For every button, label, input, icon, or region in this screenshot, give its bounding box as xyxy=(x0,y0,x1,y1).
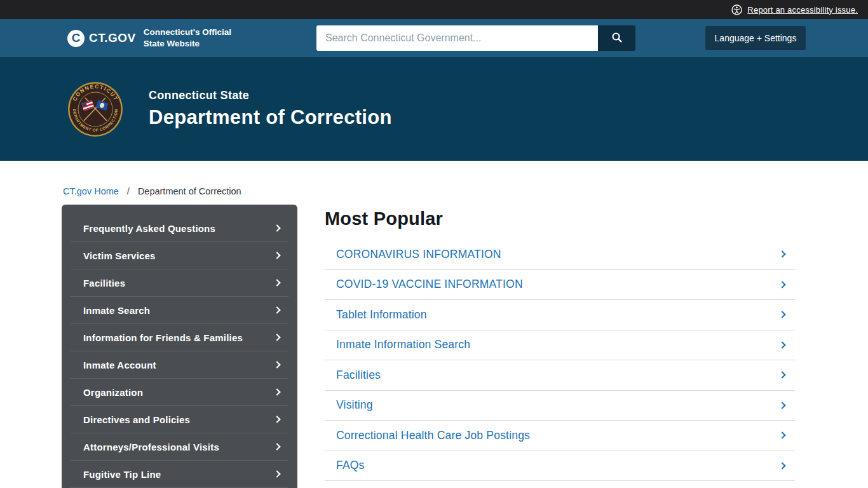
chevron-right-icon xyxy=(273,470,280,477)
sidebar-item-facilities[interactable]: Facilities xyxy=(71,269,288,297)
chevron-right-icon xyxy=(273,388,280,395)
chevron-right-icon xyxy=(778,402,785,409)
popular-link-inmate-information-search[interactable]: Inmate Information Search xyxy=(325,330,795,361)
popular-link-faqs[interactable]: FAQs xyxy=(325,451,795,482)
popular-link-coronavirus-information[interactable]: CORONAVIRUS INFORMATION xyxy=(325,240,795,270)
breadcrumb-home-link[interactable]: CT.gov Home xyxy=(63,186,119,196)
chevron-right-icon xyxy=(778,311,785,318)
page-title: Department of Correction xyxy=(149,106,392,129)
department-seal-image: CONNECTICUT DEPARTMENT OF CORRECTION xyxy=(67,81,123,137)
sidebar-item-attorneys-professional-visits[interactable]: Attorneys/Professional Visits xyxy=(71,433,288,461)
sidebar-item-organization[interactable]: Organization xyxy=(71,379,288,406)
breadcrumb: CT.gov Home / Department of Correction xyxy=(0,161,868,196)
breadcrumb-separator: / xyxy=(127,186,130,196)
chevron-right-icon xyxy=(778,372,785,379)
chevron-right-icon xyxy=(273,224,280,231)
agency-banner: CONNECTICUT DEPARTMENT OF CORRECTION Con… xyxy=(0,57,868,161)
search-bar xyxy=(316,25,635,51)
accessibility-icon xyxy=(731,4,742,15)
popular-link-correctional-health-care-job-postings[interactable]: Correctional Health Care Job Postings xyxy=(325,421,795,451)
sidebar-item-victim-services[interactable]: Victim Services xyxy=(71,242,288,269)
search-icon xyxy=(611,32,623,45)
ctgov-logo[interactable]: C CT.GOV Connecticut's Official State We… xyxy=(67,27,231,49)
popular-link-tablet-information[interactable]: Tablet Information xyxy=(325,300,795,330)
chevron-right-icon xyxy=(778,281,785,288)
ctgov-logo-icon: C xyxy=(67,30,85,47)
site-tagline: Connecticut's Official State Website xyxy=(144,27,231,49)
popular-link-covid19-vaccine-information[interactable]: COVID-19 VACCINE INFORMATION xyxy=(325,270,795,301)
popular-link-facilities[interactable]: Facilities xyxy=(325,360,795,391)
chevron-right-icon xyxy=(273,252,280,259)
sidebar-item-inmate-account[interactable]: Inmate Account xyxy=(71,351,288,379)
chevron-right-icon xyxy=(273,306,280,313)
popular-link-visiting[interactable]: Visiting xyxy=(325,391,795,421)
search-input[interactable] xyxy=(316,25,598,51)
main-navbar: C CT.GOV Connecticut's Official State We… xyxy=(0,19,868,57)
chevron-right-icon xyxy=(778,432,785,439)
ctgov-logo-text: CT.GOV xyxy=(89,31,136,45)
chevron-right-icon xyxy=(273,279,280,286)
language-settings-button[interactable]: Language + Settings xyxy=(705,26,806,50)
main-content: Most Popular CORONAVIRUS INFORMATION COV… xyxy=(325,205,795,488)
sidebar-item-fugitive-tip-line[interactable]: Fugitive Tip Line xyxy=(71,461,288,488)
report-accessibility-link[interactable]: Report an accessibility issue. xyxy=(747,5,858,15)
sidebar-item-directives-and-policies[interactable]: Directives and Policies xyxy=(71,406,288,433)
chevron-right-icon xyxy=(778,462,785,469)
agency-parent-label: Connecticut State xyxy=(149,89,392,102)
sidebar-nav: Frequently Asked Questions Victim Servic… xyxy=(62,205,297,488)
utility-bar: Report an accessibility issue. xyxy=(0,0,868,19)
chevron-right-icon xyxy=(778,341,785,348)
search-button[interactable] xyxy=(598,25,635,51)
chevron-right-icon xyxy=(273,361,280,368)
sidebar-item-inmate-search[interactable]: Inmate Search xyxy=(71,297,288,324)
chevron-right-icon xyxy=(273,416,280,423)
chevron-right-icon xyxy=(273,334,280,341)
sidebar-item-information-for-friends-families[interactable]: Information for Friends & Families xyxy=(71,324,288,351)
chevron-right-icon xyxy=(778,251,785,258)
chevron-right-icon xyxy=(273,443,280,450)
breadcrumb-current: Department of Correction xyxy=(138,186,241,196)
sidebar-item-frequently-asked-questions[interactable]: Frequently Asked Questions xyxy=(71,215,288,242)
section-heading: Most Popular xyxy=(325,208,795,229)
